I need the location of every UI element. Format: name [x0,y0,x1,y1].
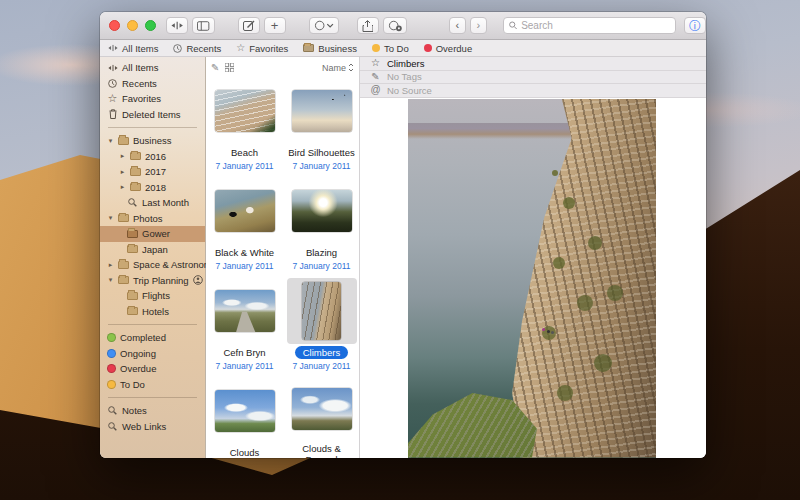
filter-business[interactable]: Business [303,43,357,54]
plus-icon: + [271,19,279,32]
smart-search-icon [107,406,118,415]
filter-label: Business [318,43,357,54]
photo-thumbnail[interactable] [302,282,341,340]
photo-date: 7 January 2011 [293,261,351,271]
filter-overdue[interactable]: Overdue [424,43,472,54]
sidebar-item-favorites[interactable]: ☆ Favorites [100,91,205,107]
filter-todo[interactable]: To Do [372,43,409,54]
photo-item-climbers-selected[interactable]: Climbers 7 January 2011 [283,278,360,378]
favorite-star-icon[interactable]: ☆ [370,58,381,68]
photo-thumbnail[interactable] [292,90,352,132]
photo-item-clouds-and-beyond[interactable]: Clouds & Beyond 7 January 2011 [283,378,360,458]
disclosure-closed-icon[interactable]: ▸ [119,152,126,160]
photo-thumbnail[interactable] [292,388,352,430]
photo-item-clouds[interactable]: Clouds 7 January 2011 [206,378,283,458]
sidebar-item-flights[interactable]: Flights [100,288,205,304]
close-window-button[interactable] [109,20,120,31]
filter-label: Recents [186,43,221,54]
photo-item-beach[interactable]: Beach 7 January 2011 [206,78,283,178]
sidebar-item-trip-planning[interactable]: ▾ Trip Planning [100,273,205,289]
source-row[interactable]: @ No Source [360,84,706,98]
sidebar-tag-completed[interactable]: Completed [100,330,205,346]
inspector-pane: ☆ Climbers ✎ No Tags @ No Source [360,57,706,458]
back-button[interactable]: ‹ [449,17,466,34]
actions-button[interactable] [383,17,407,34]
filter-recents[interactable]: Recents [173,43,221,54]
photo-title-selected: Climbers [295,346,348,359]
gear-badge-icon [388,20,402,32]
overdue-dot-icon [424,44,432,52]
photo-thumbnail[interactable] [215,290,275,332]
forward-button[interactable]: › [470,17,487,34]
sidebar-item-2018[interactable]: ▸ 2018 [100,180,205,196]
title-bar[interactable]: + [100,12,706,40]
edit-titles-icon[interactable]: ✎ [211,62,219,73]
tags-row[interactable]: ✎ No Tags [360,71,706,85]
sidebar-item-notes[interactable]: Notes [100,403,205,419]
sidebar-divider [108,397,197,398]
cliff-face [408,99,656,458]
sidebar-item-all-items[interactable]: All Items [100,60,205,76]
sidebar-item-space-astronomy[interactable]: ▸ Space & Astronomy [100,257,205,273]
photo-thumbnail[interactable] [215,90,275,132]
sort-control[interactable]: Name [322,63,354,73]
grid-view-icon[interactable] [225,63,234,72]
sidebar-item-hotels[interactable]: Hotels [100,304,205,320]
photo-thumbnail[interactable] [292,190,352,232]
sidebar-item-business[interactable]: ▾ Business [100,133,205,149]
sidebar-label: Japan [142,244,168,255]
photo-item-cefn-bryn[interactable]: Cefn Bryn 7 January 2011 [206,278,283,378]
sidebar-tag-ongoing[interactable]: Ongoing [100,346,205,362]
flag-status-dropdown[interactable] [309,17,340,34]
sidebar-item-japan[interactable]: Japan [100,242,205,258]
oval-chevron-icon [314,20,335,31]
photo-item-blazing[interactable]: Blazing 7 January 2011 [283,178,360,278]
smart-search-icon [107,422,118,431]
sidebar-item-gower[interactable]: Gower [100,226,205,242]
sidebar-label: Last Month [142,197,189,208]
sidebar-item-recents[interactable]: Recents [100,76,205,92]
add-button[interactable]: + [264,17,286,34]
search-input[interactable] [521,20,670,31]
disclosure-open-icon[interactable]: ▾ [107,137,114,145]
sidebar-item-deleted-items[interactable]: Deleted Items [100,107,205,123]
photo-item-black-and-white[interactable]: Black & White 7 January 2011 [206,178,283,278]
disclosure-open-icon[interactable]: ▾ [107,214,114,222]
new-record-button[interactable] [238,17,260,34]
photo-item-bird-silhouettes[interactable]: Bird Silhouettes 7 January 2011 [283,78,360,178]
sidebar-item-last-month[interactable]: Last Month [100,195,205,211]
sidebar-item-2017[interactable]: ▸ 2017 [100,164,205,180]
disclosure-closed-icon[interactable]: ▸ [107,261,114,269]
preview-photo-climbers[interactable] [408,99,656,458]
disclosure-open-icon[interactable]: ▾ [107,276,114,284]
tag-dot-icon [107,349,116,358]
sort-label: Name [322,63,346,73]
folder-icon [130,152,141,160]
sidebar-tag-todo[interactable]: To Do [100,377,205,393]
minimize-window-button[interactable] [127,20,138,31]
app-window: + [100,12,706,458]
sidebar-item-2016[interactable]: ▸ 2016 [100,149,205,165]
selected-thumbnail-highlight [287,278,357,344]
search-field[interactable] [503,17,676,34]
photo-thumbnail[interactable] [215,390,275,432]
title-row[interactable]: ☆ Climbers [360,57,706,71]
sidebar-label: Trip Planning [133,275,189,286]
disclosure-closed-icon[interactable]: ▸ [119,183,126,191]
merge-records-button[interactable] [166,17,188,34]
preview-area [360,98,706,459]
filter-all-items[interactable]: All Items [108,43,158,54]
todo-dot-icon [372,44,380,52]
sidebar-tag-overdue[interactable]: Overdue [100,361,205,377]
tag-dot-icon [107,380,116,389]
info-button[interactable]: ⓘ [684,17,706,34]
toggle-sidebar-button[interactable] [192,17,214,34]
disclosure-closed-icon[interactable]: ▸ [119,168,126,176]
share-button[interactable] [357,17,379,34]
zoom-window-button[interactable] [145,20,156,31]
photo-thumbnail[interactable] [215,190,275,232]
sidebar-item-web-links[interactable]: Web Links [100,419,205,435]
sidebar-item-photos[interactable]: ▾ Photos [100,211,205,227]
photo-date: 7 January 2011 [216,361,274,371]
filter-favorites[interactable]: ☆ Favorites [236,43,288,54]
